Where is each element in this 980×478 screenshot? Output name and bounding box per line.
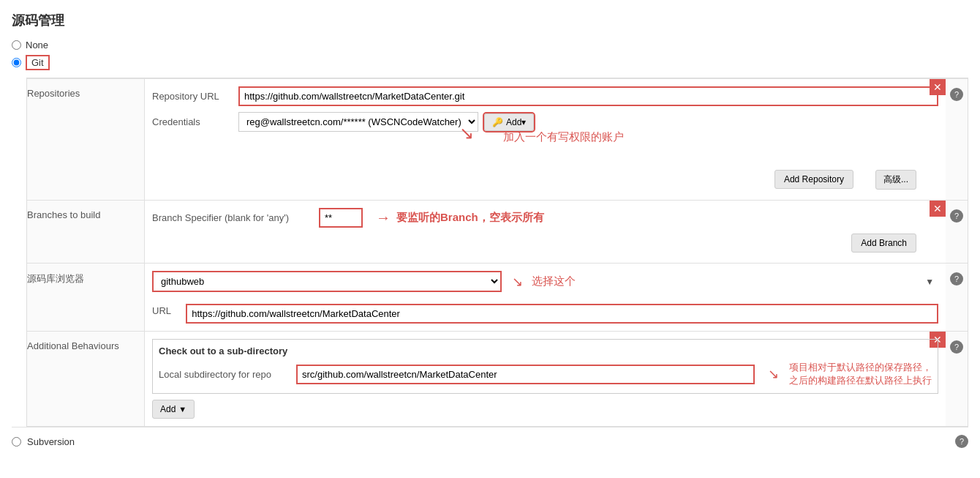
arrow-icon-browser: ↘: [512, 274, 523, 290]
source-browser-help-col: ?: [946, 264, 968, 331]
repositories-section: Repositories ✕ Repository URL Credential…: [27, 78, 968, 200]
radio-git-input[interactable]: [12, 58, 21, 67]
add-repository-btn[interactable]: Add Repository: [774, 170, 853, 189]
repo-url-row: Repository URL: [152, 86, 938, 106]
subversion-label: Subversion: [27, 436, 75, 447]
source-browser-help-icon[interactable]: ?: [950, 272, 963, 285]
repositories-help-icon[interactable]: ?: [950, 88, 963, 101]
arrow-icon-branch: →: [376, 209, 391, 226]
branch-specifier-label: Branch Specifier (blank for 'any'): [152, 212, 313, 223]
radio-none-input[interactable]: [12, 40, 21, 50]
arrow-icon-subdir: ↘: [768, 366, 779, 382]
source-browser-section: 源码库浏览器 githubweb(自动)bitbucketwebcgitfish…: [27, 263, 968, 331]
source-browser-select[interactable]: githubweb(自动)bitbucketwebcgitfisheyegiti…: [152, 271, 502, 292]
branch-buttons-row: Add Branch: [152, 234, 938, 253]
key-icon: 🔑: [492, 117, 503, 127]
dropdown-arrow-icon: ▼: [925, 277, 934, 287]
annotation-text-subdir: 项目相对于默认路径的保存路径， 之后的构建路径在默认路径上执行: [789, 361, 932, 387]
advanced-btn[interactable]: 高级...: [875, 170, 916, 190]
repo-buttons-row: 高级... Add Repository: [152, 170, 938, 190]
radio-git: Git: [12, 55, 968, 70]
add-credentials-btn[interactable]: 🔑 Add▾: [484, 113, 534, 131]
branch-specifier-row: Branch Specifier (blank for 'any') → 要监听…: [152, 208, 938, 228]
repositories-close-btn[interactable]: ✕: [930, 79, 946, 95]
additional-behaviours-label: Additional Behaviours: [27, 332, 144, 426]
branch-specifier-input[interactable]: [319, 208, 363, 228]
url-row: URL: [152, 298, 938, 324]
branches-close-btn[interactable]: ✕: [930, 201, 946, 217]
credentials-select[interactable]: reg@wallstreetcn.com/****** (WSCNCodeWat…: [238, 112, 478, 132]
credentials-label: Credentials: [152, 116, 233, 127]
repo-url-label: Repository URL: [152, 91, 233, 102]
subdir-label: Local subdirectory for repo: [159, 369, 290, 380]
arrow-icon-repo: ↘: [459, 123, 474, 143]
subdir-row: Local subdirectory for repo ↘ 项目相对于默认路径的…: [159, 361, 932, 387]
radio-none: None: [12, 40, 968, 51]
subversion-section: Subversion ?: [12, 427, 968, 455]
git-section-wrapper: Repositories ✕ Repository URL Credential…: [26, 78, 968, 427]
annotation-text-browser: 选择这个: [532, 275, 576, 288]
branches-label: Branches to build: [27, 201, 144, 263]
credentials-row: Credentials reg@wallstreetcn.com/****** …: [152, 112, 938, 132]
behaviour-title: Check out to a sub-directory: [159, 346, 932, 356]
radio-group: None Git: [12, 40, 968, 70]
branches-help-icon[interactable]: ?: [950, 209, 963, 223]
subdir-input[interactable]: [296, 365, 755, 384]
add-dropdown-label: Add: [160, 404, 176, 414]
additional-behaviours-section: Additional Behaviours ✕ Check out to a s…: [27, 331, 968, 426]
branches-content: ✕ Branch Specifier (blank for 'any') → 要…: [144, 201, 946, 263]
git-label: Git: [26, 55, 50, 70]
additional-behaviours-help-icon[interactable]: ?: [950, 340, 963, 354]
page-title: 源码管理: [12, 12, 968, 29]
add-branch-btn[interactable]: Add Branch: [851, 234, 916, 253]
branches-section: Branches to build ✕ Branch Specifier (bl…: [27, 200, 968, 263]
radio-subversion-input[interactable]: [12, 437, 21, 447]
repo-url-input[interactable]: [238, 86, 938, 106]
browser-url-input[interactable]: [186, 304, 938, 324]
page-container: 源码管理 None Git Repositories ✕ Repository …: [0, 0, 980, 478]
subversion-help-icon[interactable]: ?: [955, 435, 968, 448]
url-label: URL: [152, 305, 180, 316]
repositories-label: Repositories: [27, 79, 144, 200]
repositories-help-col: ?: [946, 79, 968, 200]
additional-behaviours-content: ✕ Check out to a sub-directory Local sub…: [144, 332, 946, 426]
add-dropdown-btn[interactable]: Add ▼: [152, 400, 195, 419]
additional-behaviours-help-col: ?: [946, 332, 968, 426]
dropdown-arrow-icon: ▼: [178, 405, 186, 414]
annotation-text-branch: 要监听的Branch，空表示所有: [396, 211, 544, 225]
behaviour-block: Check out to a sub-directory Local subdi…: [152, 339, 938, 394]
branches-help-col: ?: [946, 201, 968, 263]
repositories-content: ✕ Repository URL Credentials reg@wallstr…: [144, 79, 946, 200]
source-browser-row: githubweb(自动)bitbucketwebcgitfisheyegiti…: [152, 271, 938, 292]
source-browser-content: githubweb(自动)bitbucketwebcgitfisheyegiti…: [144, 264, 946, 331]
annotation-area-repo: ↘ 加入一个有写权限的账户: [152, 138, 938, 167]
annotation-text-repo: 加入一个有写权限的账户: [503, 130, 624, 144]
radio-none-label: None: [26, 40, 48, 51]
source-browser-label: 源码库浏览器: [27, 264, 144, 331]
